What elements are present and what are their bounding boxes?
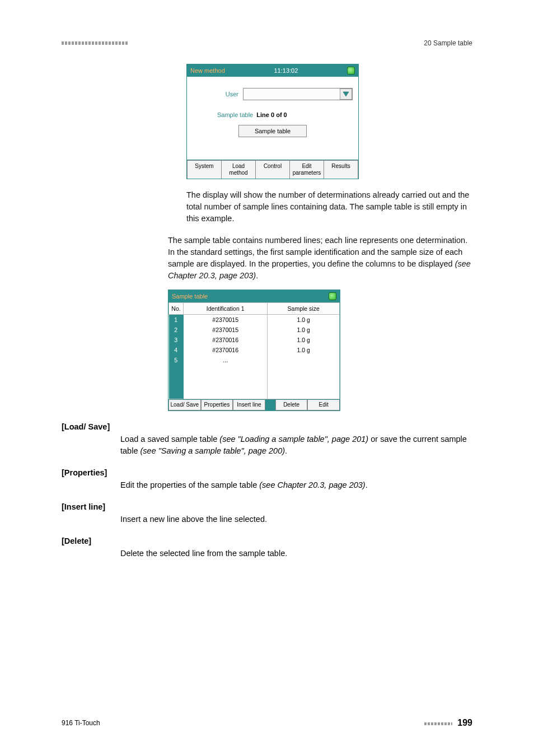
table-row[interactable]: 3 #2370016 1.0 g <box>169 335 340 345</box>
chapter-title: 20 Sample table <box>424 39 472 47</box>
intro-paragraph: The sample table contains numbered lines… <box>168 235 472 282</box>
edit-button[interactable]: Edit <box>307 399 340 410</box>
properties-button[interactable]: Properties <box>201 399 233 410</box>
caption-paragraph: The display will show the number of dete… <box>186 189 472 225</box>
term-description: Insert a new line above the line selecte… <box>120 514 472 525</box>
col-sample-size: Sample size <box>268 303 340 315</box>
user-label: User <box>193 91 243 97</box>
header-ornament <box>62 41 128 45</box>
sample-table-line-info: Sample table Line 0 of 0 <box>193 111 353 118</box>
product-name: 916 Ti-Touch <box>62 719 100 727</box>
table-row[interactable]: 1 #2370015 1.0 g <box>169 315 340 325</box>
table-header-row: No. Identification 1 Sample size <box>169 303 340 315</box>
dropdown-arrow-icon[interactable] <box>340 88 352 100</box>
tab-results[interactable]: Results <box>324 160 358 179</box>
status-led-icon <box>347 67 355 74</box>
term-label: [Insert line] <box>62 502 472 511</box>
table-row[interactable]: 5 ... <box>169 355 340 365</box>
sample-table-button[interactable]: Sample table <box>238 125 307 137</box>
sample-data-table: No. Identification 1 Sample size 1 #2370… <box>168 302 340 399</box>
term-description: Load a saved sample table (see "Loading … <box>120 433 472 457</box>
col-identification: Identification 1 <box>184 303 268 315</box>
term-insert-line: [Insert line] Insert a new line above th… <box>62 502 472 525</box>
term-description: Delete the selected line from the sample… <box>120 548 472 559</box>
page-header: 20 Sample table <box>62 39 472 47</box>
dialog-title: New method <box>190 67 225 74</box>
col-no: No. <box>169 303 184 315</box>
tab-system[interactable]: System <box>187 160 222 179</box>
sample-table-title: Sample table <box>172 293 208 300</box>
term-delete: [Delete] Delete the selected line from t… <box>62 536 472 559</box>
dialog-titlebar: New method 11:13:02 <box>187 64 358 77</box>
sample-table-button-bar: Load/ Save Properties Insert line Delete… <box>168 399 340 410</box>
term-load-save: [Load/ Save] Load a saved sample table (… <box>62 422 472 457</box>
term-label: [Load/ Save] <box>62 422 472 431</box>
table-row[interactable]: 4 #2370016 1.0 g <box>169 345 340 355</box>
tab-edit-parameters[interactable]: Edit parameters <box>290 160 324 179</box>
user-dropdown[interactable] <box>243 88 353 100</box>
table-empty-area <box>169 365 340 399</box>
page-number: 199 <box>457 718 472 727</box>
dialog-time: 11:13:02 <box>274 67 298 74</box>
status-led-icon <box>329 292 336 300</box>
screenshot-main-dialog: New method 11:13:02 User Sample table Li… <box>186 64 359 179</box>
tab-control[interactable]: Control <box>256 160 290 179</box>
bottom-tab-bar: System Load method Control Edit paramete… <box>187 160 358 179</box>
page-footer: 916 Ti-Touch 199 <box>62 718 472 728</box>
insert-line-button[interactable]: Insert line <box>233 399 265 410</box>
sample-table-titlebar: Sample table <box>168 290 340 302</box>
term-description: Edit the properties of the sample table … <box>120 479 472 491</box>
table-row[interactable]: 2 #2370015 1.0 g <box>169 325 340 335</box>
term-properties: [Properties] Edit the properties of the … <box>62 468 472 491</box>
svg-marker-0 <box>343 92 349 96</box>
term-label: [Properties] <box>62 468 472 477</box>
term-label: [Delete] <box>62 536 472 545</box>
load-save-button[interactable]: Load/ Save <box>168 399 201 410</box>
screenshot-sample-table: Sample table No. Identification 1 Sample… <box>168 290 340 411</box>
tab-load-method[interactable]: Load method <box>222 160 256 179</box>
delete-button[interactable]: Delete <box>275 399 308 410</box>
footer-right: 199 <box>424 718 472 728</box>
footer-ornament <box>424 722 452 725</box>
